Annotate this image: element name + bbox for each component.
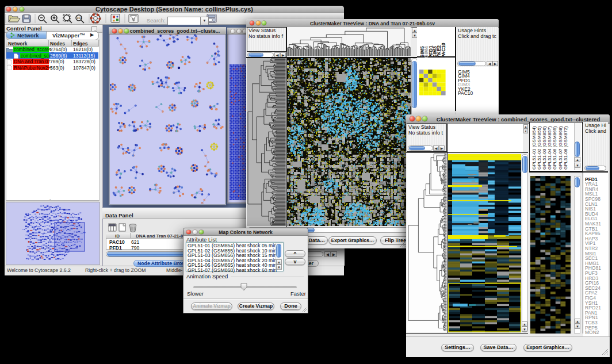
- svg-text:1:1: 1:1: [77, 17, 81, 20]
